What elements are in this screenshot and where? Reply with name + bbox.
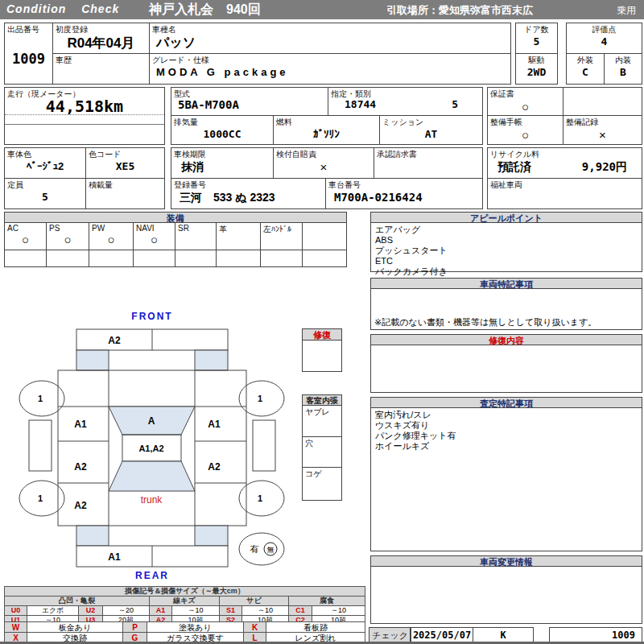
history-cell: 車歴 [52,53,150,85]
repair-detail-body [370,345,642,393]
grade-cell: グレード・仕様 MODA G package [149,53,511,85]
warranty-mark: ○ [488,100,563,114]
equipment-empty-cell [133,250,175,267]
assessment-item: ホイールキズ [375,441,638,452]
damage-legend: 損傷記号＆損傷サイズ（～最大cm） 凸凹・亀裂 線キズ サビ 腐食 U0 エクボ… [4,586,365,625]
equipment-empty-cell [89,250,134,267]
legend-code: W [5,622,27,633]
taillight-right [195,526,228,546]
score-label: 評価点 [567,24,642,35]
color-code-cell: 色コード XE5 [85,147,165,179]
right-door-mark: A2 [208,461,221,473]
welfare-label: 福祉車両 [490,180,522,191]
score-cell: 評価点 4 [566,23,642,54]
legend-size: ～20 [103,606,150,616]
vehicle-notes-caution: ※記載のない書類・機器等は無しとして取り扱います。 [374,317,597,328]
chassis-value: M700A-0216424 [326,191,482,204]
load-label: 積載量 [89,180,113,191]
fuel-value: ｶﾞｿﾘﾝ [274,128,379,140]
spare-tire-badge [239,533,284,565]
cabin-title: 客室内張 [302,394,342,406]
equip-mark: ○ [47,233,89,246]
appeal-item: バックカメラ付き [375,266,638,277]
model-code-value: 5BA-M700A [171,98,328,111]
check-date: 2025/05/07 [411,630,473,641]
legend-code: U2 [79,606,103,616]
equipment-empty-cell [260,250,303,267]
inspection-label: 車検期限 [174,149,206,160]
class-no-cell: 指定・類別 18744 5 [328,87,483,116]
color-code-label: 色コード [89,149,121,160]
mileage-cell: 走行（現メーター） 44,518km [4,87,165,145]
warranty-cell: 保証書 ○ [487,87,564,116]
equip-label: AC [7,224,19,233]
cabin-row-label: 穴 [305,438,313,449]
grade-label: グレード・仕様 [152,55,209,66]
equipment-cell-navi: NAVI ○ [133,222,175,250]
check-number-cell: 1009 [549,627,642,642]
cabin-row-label: コゲ [305,469,321,480]
interior-value: B [605,66,642,78]
mission-value: AT [380,128,482,140]
equipment-cell-ps: PS ○ [46,222,89,250]
check-number: 1009 [612,630,635,641]
check-label: チェック [372,630,408,642]
appeal-item: プッシュスタート [375,246,638,256]
equip-mark: ○ [5,233,46,246]
first-reg-cell: 初度登録 R04年04月 [52,23,150,54]
doors-value: 5 [516,35,557,47]
drive-label: 駆動 [516,55,557,66]
headlight-left [76,350,109,370]
maint-record-label: 整備記録 [566,117,598,128]
insurance-label: 検付自賠責 [276,149,316,160]
left-door-mark: A2 [74,461,87,473]
equipment-empty-cell [4,250,47,267]
legend-group: 腐食 [289,597,365,606]
assessment-item: ウスキズ有り [375,420,638,431]
inspection-cell: 車検期限 抹消 [171,147,274,179]
check-label-cell: チェック [369,627,411,642]
warranty-label: 保証書 [490,89,514,100]
equip-label: NAVI [136,224,155,233]
maint-book-mark: ○ [488,128,563,142]
reg-no-value: 三河 533 ぬ 2323 [171,191,325,205]
equipment-empty-cell [46,250,89,267]
taillight-left [76,526,109,546]
rear-label: REAR [135,570,169,581]
equipment-cell-ac: AC ○ [4,222,47,250]
legend-code: K [244,622,266,633]
equip-label: 左ﾊﾝﾄﾞﾙ [263,224,291,235]
cabin-row-label: ヤブレ [305,407,330,418]
body-color-label: 車体色 [7,149,31,160]
class-no-value2: 5 [452,98,458,110]
recycle-fee: 9,920円 [582,160,627,175]
lf-fender-mark: A1 [74,419,87,430]
interior-label: 内装 [605,55,642,66]
exterior-label: 外装 [567,55,604,66]
repair-detail-title: 修復内容 [370,334,642,345]
divider [5,114,164,115]
reg-no-label: 登録番号 [174,180,206,191]
legend-size: ～10 [242,606,289,616]
maint-record-mark: × [564,128,642,142]
check-inspector: K [473,630,533,641]
equip-label: PS [49,224,60,233]
exterior-value: C [567,66,604,78]
legend-code: U0 [5,606,27,616]
approval-cell: 承認請求書 [374,147,483,179]
brand-logo: Condition Check [6,2,119,15]
equipment-cell-pw: PW ○ [89,222,134,250]
capacity-value: 5 [5,191,85,203]
blank-cell [563,87,642,116]
interior-cell: 内装 B [604,53,642,85]
equip-label: SR [178,224,189,233]
vehicle-class: 乗用 [617,4,636,18]
condition-sheet: Condition Check 神戸入札会 940回 引取場所：愛知県弥富市西末… [0,0,644,644]
trunk-label: trunk [141,494,163,506]
equipment-empty-cell [175,250,217,267]
recycle-cell: リサイクル料 預託済 9,920円 [487,147,642,179]
equipment-cell-leather: 革 [216,222,261,250]
legend-size: 看板跡 [266,622,365,633]
appeal-item: ABS [375,235,638,246]
spare-no-label: 無 [267,546,275,554]
